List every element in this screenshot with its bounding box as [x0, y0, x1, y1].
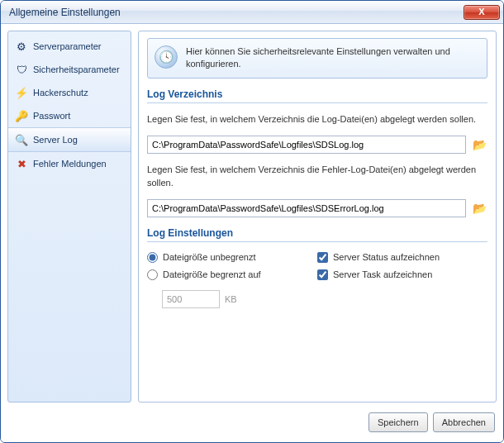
server-status-checkbox[interactable] [317, 252, 328, 263]
gear-icon: ⚙ [15, 40, 28, 53]
clock-icon: 🕓 [155, 45, 178, 69]
browse-log-path-button[interactable]: 📂 [471, 136, 487, 153]
section-title-log-einstellungen: Log Einstellungen [147, 227, 487, 242]
sidebar-item-label: Sicherheitsparameter [33, 64, 120, 74]
filesize-unlimited-radio[interactable] [147, 252, 158, 263]
sidebar-item-server-log[interactable]: 🔍 Server Log [8, 127, 131, 152]
save-button[interactable]: Speichern [368, 412, 428, 432]
filesize-limit-input[interactable] [162, 290, 220, 308]
sidebar-item-label: Server Log [33, 135, 78, 145]
content-panel: 🕓 Hier können Sie sicherheitsrelevante E… [138, 31, 497, 403]
sidebar-item-fehler-meldungen[interactable]: ✖ Fehler Meldungen [8, 152, 131, 175]
section-title-log-verzeichnis: Log Verzeichnis [147, 88, 487, 103]
bolt-icon: ⚡ [15, 86, 28, 99]
radio-row-unlimited: Dateigröße unbegrenzt [147, 252, 317, 263]
sidebar-item-serverparameter[interactable]: ⚙ Serverparameter [8, 35, 131, 58]
settings-window: Allgemeine Einstellungen X ⚙ Serverparam… [0, 0, 504, 443]
checkbox-label: Server Task aufzeichnen [333, 269, 432, 279]
browse-error-log-path-button[interactable]: 📂 [471, 200, 487, 217]
error-log-path-input[interactable] [147, 199, 466, 217]
sidebar: ⚙ Serverparameter 🛡 Sicherheitsparameter… [7, 31, 131, 403]
radio-label: Dateigröße unbegrenzt [163, 252, 256, 262]
window-body: ⚙ Serverparameter 🛡 Sicherheitsparameter… [1, 24, 503, 409]
filesize-limit-row: KB [162, 290, 487, 308]
radio-row-limited: Dateigröße begrenzt auf [147, 269, 317, 280]
sidebar-item-label: Serverparameter [33, 41, 102, 51]
magnifier-icon: 🔍 [15, 133, 28, 146]
check-row-task: Server Task aufzeichnen [317, 269, 487, 280]
error-icon: ✖ [15, 157, 28, 170]
footer: Speichern Abbrechen [1, 409, 503, 442]
sidebar-item-sicherheitsparameter[interactable]: 🛡 Sicherheitsparameter [8, 58, 131, 81]
filesize-limited-radio[interactable] [147, 269, 158, 280]
log-path-input[interactable] [147, 136, 466, 154]
cancel-button[interactable]: Abbrechen [433, 412, 495, 432]
radio-label: Dateigröße begrenzt auf [163, 269, 261, 279]
window-title: Allgemeine Einstellungen [9, 7, 464, 18]
error-log-path-row: 📂 [147, 199, 487, 217]
sidebar-item-label: Fehler Meldungen [33, 159, 107, 169]
sidebar-item-label: Passwort [33, 111, 70, 121]
filesize-unit-label: KB [225, 294, 237, 304]
check-row-status: Server Status aufzeichnen [317, 252, 487, 263]
info-box: 🕓 Hier können Sie sicherheitsrelevante E… [147, 38, 487, 79]
sidebar-item-passwort[interactable]: 🔑 Passwort [8, 104, 131, 127]
sidebar-item-hackerschutz[interactable]: ⚡ Hackerschutz [8, 81, 131, 104]
titlebar: Allgemeine Einstellungen X [1, 1, 503, 24]
log-dir-desc1: Legen Sie fest, in welchem Verzeichnis d… [147, 113, 487, 126]
log-dir-desc2: Legen Sie fest, in welchem Verzeichnis d… [147, 164, 487, 189]
key-icon: 🔑 [15, 109, 28, 122]
info-text: Hier können Sie sicherheitsrelevante Ein… [186, 45, 480, 71]
shield-icon: 🛡 [15, 63, 28, 76]
checkbox-label: Server Status aufzeichnen [333, 252, 440, 262]
log-path-row: 📂 [147, 136, 487, 154]
server-task-checkbox[interactable] [317, 269, 328, 280]
sidebar-item-label: Hackerschutz [33, 88, 88, 98]
close-icon[interactable]: X [464, 5, 500, 20]
log-settings-grid: Dateigröße unbegrenzt Server Status aufz… [147, 252, 487, 280]
